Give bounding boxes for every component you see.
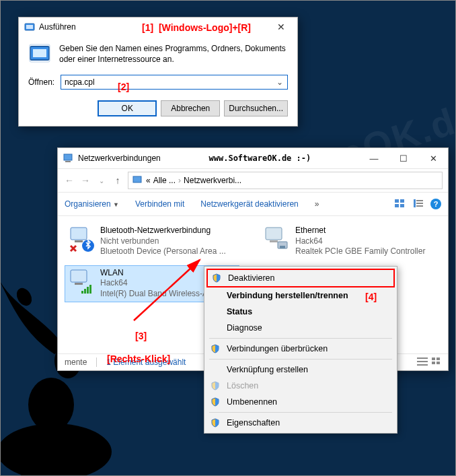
svg-rect-36 — [417, 364, 428, 366]
svg-rect-22 — [75, 240, 83, 242]
bluetooth-adapter-icon — [68, 226, 95, 252]
svg-rect-10 — [64, 154, 72, 160]
ctx-shortcut[interactable]: Verknüpfung erstellen — [206, 362, 395, 378]
svg-rect-27 — [280, 246, 285, 248]
svg-rect-29 — [75, 283, 83, 285]
svg-rect-21 — [71, 228, 87, 240]
open-combobox[interactable]: ⌄ — [61, 75, 288, 90]
svg-rect-30 — [81, 291, 83, 294]
shield-icon — [209, 397, 221, 407]
minimize-button[interactable]: — — [359, 149, 389, 168]
chevron-down-icon[interactable]: ⌄ — [274, 77, 285, 87]
item-name: Ethernet — [295, 226, 425, 236]
item-name: Bluetooth-Netzwerkverbindung — [100, 226, 226, 236]
status-seg1: mente — [65, 358, 87, 367]
ctx-delete[interactable]: Löschen — [206, 378, 395, 394]
shield-icon — [209, 344, 221, 353]
svg-rect-24 — [266, 228, 282, 240]
svg-rect-28 — [71, 270, 87, 282]
toolbar-disable-device[interactable]: Netzwerkgerät deaktivieren — [200, 199, 298, 209]
svg-rect-17 — [414, 199, 416, 207]
close-button[interactable]: ✕ — [418, 149, 448, 168]
run-message: Geben Sie den Namen eines Programms, Ord… — [59, 43, 288, 67]
svg-rect-6 — [26, 25, 33, 29]
ctx-disable[interactable]: Deaktivieren — [206, 269, 395, 287]
ok-button[interactable]: OK — [98, 100, 157, 116]
ctx-status[interactable]: Status — [206, 304, 395, 320]
run-icon — [28, 43, 52, 67]
svg-rect-34 — [417, 358, 428, 359]
forward-button[interactable]: → — [79, 175, 91, 186]
help-icon[interactable]: ? — [430, 199, 441, 209]
close-button[interactable]: ✕ — [268, 19, 295, 35]
svg-point-3 — [13, 285, 34, 308]
svg-rect-12 — [133, 176, 141, 182]
svg-rect-40 — [436, 362, 440, 364]
view-details-icon[interactable] — [413, 199, 424, 210]
view-grid-icon[interactable] — [432, 358, 441, 368]
back-button[interactable]: ← — [63, 175, 75, 186]
svg-rect-14 — [400, 199, 404, 203]
ctx-separator — [209, 412, 392, 413]
ethernet-adapter-icon — [263, 226, 290, 252]
crumb-1[interactable]: Alle ... — [153, 176, 176, 185]
crumb-2[interactable]: Netzwerkverbi... — [184, 176, 241, 185]
svg-rect-11 — [65, 161, 71, 162]
item-device: Realtek PCIe GBE Family Controller — [295, 246, 425, 257]
network-title-icon — [63, 153, 74, 164]
view-list-icon[interactable] — [417, 358, 428, 368]
toolbar-connect[interactable]: Verbinden mit — [135, 199, 184, 209]
explorer-title-text: Netzwerkverbindungen — [78, 154, 161, 163]
network-item-bluetooth[interactable]: Bluetooth-Netzwerkverbindung Nicht verbu… — [65, 223, 239, 260]
svg-point-1 — [28, 378, 74, 432]
open-label: Öffnen: — [28, 77, 55, 87]
address-icon — [132, 175, 143, 186]
ctx-bridge[interactable]: Verbindungen überbrücken — [206, 341, 395, 357]
network-item-ethernet[interactable]: Ethernet Hack64 Realtek PCIe GBE Family … — [260, 223, 434, 260]
up-button[interactable]: ↑ — [112, 175, 124, 186]
svg-rect-31 — [84, 289, 86, 294]
ctx-separator — [209, 338, 392, 339]
svg-rect-33 — [89, 285, 91, 294]
item-status: Nicht verbunden — [100, 236, 226, 247]
svg-rect-15 — [395, 204, 399, 207]
toolbar-organize[interactable]: Organisieren ▼ — [65, 199, 119, 209]
explorer-toolbar: Organisieren ▼ Verbinden mit Netzwerkger… — [58, 193, 448, 216]
svg-rect-19 — [416, 203, 423, 204]
run-titlebar[interactable]: Ausführen ✕ — [19, 18, 297, 36]
svg-rect-16 — [400, 204, 404, 207]
toolbar-more[interactable]: » — [315, 199, 319, 209]
ctx-connect[interactable]: Verbindung herstellen/trennen — [206, 287, 395, 304]
browse-button[interactable]: Durchsuchen... — [224, 100, 288, 116]
ctx-separator — [209, 359, 392, 360]
explorer-nav: ← → ⌄ ↑ « Alle ... › Netzwerkverbi... — [58, 168, 448, 193]
svg-rect-20 — [416, 205, 423, 207]
item-status: Hack64 — [295, 236, 425, 247]
run-title-icon — [24, 22, 35, 32]
svg-rect-18 — [416, 200, 423, 201]
status-selection: 1 Element ausgewählt — [106, 358, 186, 367]
cancel-button[interactable]: Abbrechen — [161, 100, 220, 116]
svg-rect-38 — [436, 358, 440, 360]
maximize-button[interactable]: ☐ — [389, 149, 418, 168]
run-title-text: Ausführen — [39, 22, 76, 32]
ctx-diagnose[interactable]: Diagnose — [206, 320, 395, 336]
shield-icon — [209, 418, 221, 428]
explorer-titlebar[interactable]: Netzwerkverbindungen www.SoftwareOK.de :… — [58, 148, 448, 168]
view-thumbnails-icon[interactable] — [394, 199, 406, 210]
shield-icon — [209, 381, 221, 390]
svg-rect-37 — [432, 358, 435, 360]
svg-rect-35 — [417, 361, 428, 362]
item-device: Bluetooth Device (Personal Area ... — [100, 246, 226, 257]
address-bar[interactable]: « Alle ... › Netzwerkverbi... — [128, 172, 443, 189]
wlan-adapter-icon — [68, 268, 95, 295]
open-input[interactable] — [63, 77, 274, 88]
svg-rect-8 — [33, 49, 46, 57]
crumb-root[interactable]: « — [146, 176, 151, 185]
ctx-rename[interactable]: Umbenennen — [206, 394, 395, 410]
history-dropdown[interactable]: ⌄ — [96, 177, 108, 184]
svg-point-0 — [0, 423, 112, 476]
context-menu: Deaktivieren Verbindung herstellen/trenn… — [204, 266, 397, 434]
ctx-properties[interactable]: Eigenschaften — [206, 415, 395, 431]
title-watermark: www.SoftwareOK.de :-) — [161, 154, 359, 163]
